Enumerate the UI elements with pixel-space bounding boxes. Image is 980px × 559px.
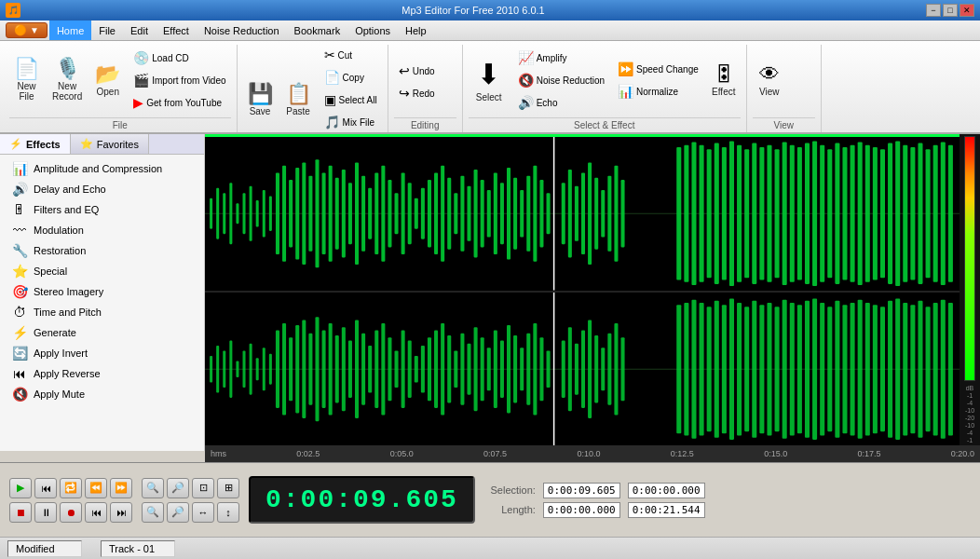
open-button[interactable]: 📂 Open (90, 61, 125, 100)
waveform-area[interactable]: dB -1 -4 -10 -20 -10 -4 -1 (205, 134, 980, 445)
zoom-v-button[interactable]: ↔ (192, 502, 214, 523)
sidebar-item-apply-mute[interactable]: 🔇 Apply Mute (0, 384, 204, 404)
noise-reduction-button[interactable]: 🔇 Noise Reduction (513, 70, 609, 90)
zoom-in-button[interactable]: 🔍 (142, 478, 164, 498)
editing-group-content: ↩ Undo ↪ Redo (394, 45, 456, 116)
record-button[interactable]: ⏺ (60, 502, 82, 523)
prev-button[interactable]: ⏪ (85, 478, 107, 498)
svg-rect-186 (827, 307, 832, 431)
minimize-button[interactable]: − (926, 4, 941, 17)
prev2-button[interactable]: ⏮ (85, 502, 107, 523)
right-section: dB -1 -4 -10 -20 -10 -4 -1 hms 0:02.5 (205, 134, 980, 462)
zoom-h-in-button[interactable]: 🔍 (142, 502, 164, 523)
stop-button[interactable]: ⏹ (9, 502, 32, 523)
pause-button[interactable]: ⏸ (34, 502, 57, 523)
zoom-fit-button[interactable]: ⊡ (192, 478, 214, 498)
select-effect-group-label: Select & Effect (469, 117, 741, 130)
zoom-out-button[interactable]: 🔎 (167, 478, 189, 498)
svg-rect-63 (621, 180, 625, 247)
loop-button[interactable]: 🔁 (60, 478, 82, 498)
favorites-tab[interactable]: ⭐ Favorites (71, 134, 149, 154)
sidebar-item-stereo[interactable]: 🎯 Stereo Imagery (0, 281, 204, 302)
speed-change-button[interactable]: ⏩ Speed Change (613, 59, 703, 79)
zoom-auto-button[interactable]: ↕ (217, 502, 239, 523)
ribbon-group-view: 👁 View View (747, 45, 822, 132)
svg-rect-14 (289, 180, 293, 247)
menu-noise-reduction[interactable]: Noise Reduction (197, 20, 287, 40)
normalize-label: Normalize (636, 87, 678, 97)
load-cd-label: Load CD (152, 53, 188, 63)
echo-button[interactable]: 🔊 Echo (513, 92, 609, 113)
menu-home[interactable]: Home (49, 20, 91, 40)
sidebar-item-delay[interactable]: 🔊 Delay and Echo (0, 179, 204, 199)
save-button[interactable]: 💾 Save (243, 81, 278, 119)
new-record-button[interactable]: 🎙️ NewRecord (48, 56, 87, 104)
menu-bookmark[interactable]: Bookmark (287, 20, 348, 40)
vu-label-10: -10 (965, 407, 974, 414)
get-youtube-button[interactable]: ▶ Get from YouTube (129, 92, 230, 113)
sidebar-item-restoration[interactable]: 🔧 Restoration (0, 240, 204, 261)
svg-rect-79 (790, 145, 795, 282)
svg-rect-72 (737, 145, 742, 282)
sidebar-item-generate[interactable]: ⚡ Generate (0, 322, 204, 343)
apply-mute-icon: 🔇 (11, 387, 28, 402)
sidebar-item-modulation[interactable]: 〰 Modulation (0, 220, 204, 240)
svg-rect-73 (744, 149, 749, 278)
sidebar-item-apply-invert[interactable]: 🔄 Apply Invert (0, 343, 204, 363)
effects-tab[interactable]: ⚡ Effects (0, 134, 71, 154)
load-cd-button[interactable]: 💿 Load CD (129, 48, 230, 68)
waveform-tracks[interactable] (205, 134, 960, 445)
copy-button[interactable]: 📄 Copy (320, 67, 382, 88)
view-button[interactable]: 👁 View (753, 61, 786, 100)
sidebar-item-special[interactable]: ⭐ Special (0, 261, 204, 281)
new-file-button[interactable]: 📄 NewFile (9, 56, 44, 104)
menu-edit[interactable]: Edit (123, 20, 156, 40)
back-to-start-button[interactable]: ⏮ (34, 478, 57, 498)
select-all-button[interactable]: ▣ Select All (320, 89, 382, 110)
svg-rect-124 (342, 327, 346, 411)
svg-rect-180 (783, 299, 787, 438)
paste-button[interactable]: 📋 Paste (281, 81, 316, 119)
menu-file[interactable]: File (91, 20, 123, 40)
vu-label-4: -4 (967, 400, 973, 406)
sidebar-item-apply-reverse[interactable]: ⏮ Apply Reverse (0, 363, 204, 384)
menu-options[interactable]: Options (347, 20, 398, 40)
svg-rect-62 (614, 166, 618, 262)
svg-rect-92 (888, 143, 892, 284)
sidebar-item-filters[interactable]: 🎚 Filters and EQ (0, 199, 204, 220)
next2-button[interactable]: ⏭ (110, 502, 132, 523)
svg-rect-32 (408, 183, 412, 244)
app-menu-button[interactable]: 🟠▼ (6, 22, 48, 38)
zoom-row-1: 🔍 🔎 ⊡ ⊞ (142, 478, 239, 498)
menu-effect[interactable]: Effect (156, 20, 197, 40)
amplify-button[interactable]: 📈 Amplify (513, 48, 609, 68)
zoom-h-out-button[interactable]: 🔎 (167, 502, 189, 523)
svg-rect-143 (467, 343, 470, 394)
track-top[interactable] (205, 137, 960, 291)
zoom-sel-button[interactable]: ⊞ (217, 478, 239, 498)
select-button[interactable]: ⬇ Select (469, 55, 510, 105)
effect-button[interactable]: 🎛 Effect (707, 61, 741, 100)
svg-rect-140 (447, 335, 451, 402)
next-button[interactable]: ⏩ (110, 478, 132, 498)
normalize-button[interactable]: 📊 Normalize (613, 81, 703, 102)
redo-button[interactable]: ↪ Redo (394, 83, 440, 103)
menu-help[interactable]: Help (398, 20, 434, 40)
play-button[interactable]: ▶ (9, 478, 32, 498)
ribbon-group-clipboard: 💾 Save 📋 Paste ✂ Cut 📄 Copy (238, 45, 388, 132)
track-bottom[interactable] (205, 293, 960, 446)
sidebar-item-amplitude[interactable]: 📊 Amplitude and Compression (0, 158, 204, 179)
import-video-button[interactable]: 🎬 Import from Video (129, 70, 230, 90)
svg-rect-156 (562, 340, 565, 397)
special-label: Special (34, 266, 67, 277)
cut-button[interactable]: ✂ Cut (320, 45, 382, 65)
restore-button[interactable]: □ (943, 4, 958, 17)
svg-rect-15 (295, 168, 299, 260)
mix-file-button[interactable]: 🎵 Mix File (320, 112, 382, 132)
sidebar-item-time-pitch[interactable]: ⏱ Time and Pitch (0, 302, 204, 322)
svg-rect-67 (700, 145, 704, 282)
close-button[interactable]: ✕ (960, 4, 974, 17)
undo-button[interactable]: ↩ Undo (394, 61, 440, 81)
svg-rect-60 (601, 190, 605, 237)
svg-rect-64 (676, 147, 681, 280)
